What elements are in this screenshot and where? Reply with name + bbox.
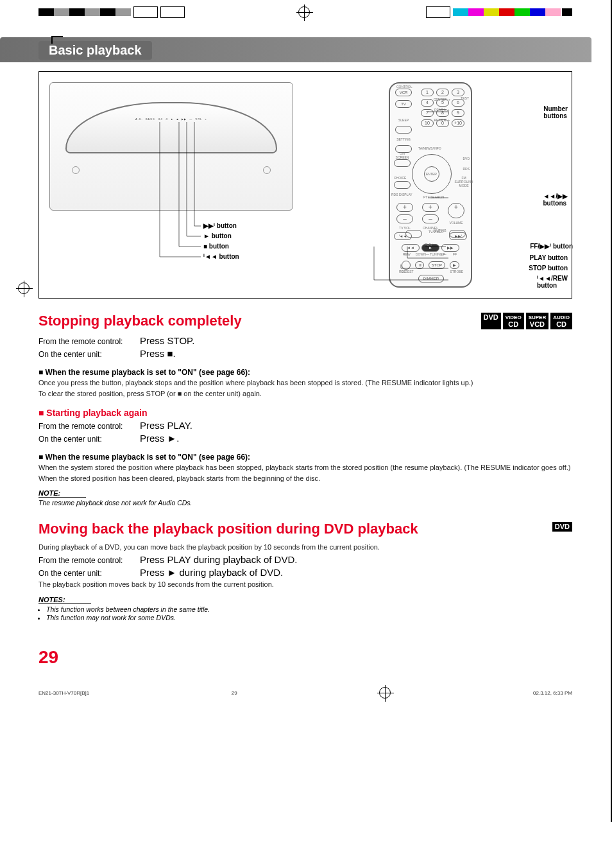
- body-moveback-intro: During playback of a DVD, you can move b…: [38, 542, 572, 552]
- footer-right: 02.3.12, 6:33 PM: [533, 690, 572, 696]
- label-fmsurround: FM SURROUND MODE: [453, 176, 475, 187]
- instruction-unit-stop: On the center unit: Press ■.: [38, 348, 572, 359]
- label-rearr: REAR·R: [434, 118, 446, 122]
- instruction-unit-play: On the center unit: Press ►.: [38, 433, 572, 444]
- label-test: TEST: [461, 96, 469, 100]
- leader-stop: ■ button: [203, 243, 229, 250]
- footer-left: EN21-30TH-V70R[B]1: [38, 690, 89, 696]
- label-play: PLAY: [425, 243, 432, 247]
- leader-play: ► button: [203, 232, 232, 239]
- callout-stop: STOP button: [529, 265, 568, 272]
- callout-rew: ᴵ◄◄/REWbutton: [537, 275, 568, 289]
- center-unit-illustration: A.S. BASS ᐊᐊ ᐊ ► ■ ▶▶ — VOL +: [49, 82, 293, 211]
- media-chips-1: DVD VIDEOCD SUPERVCD AUDIOCD: [481, 313, 572, 329]
- label-up: UP: [441, 252, 445, 256]
- btn-skip-next: ▶▶ᴵ: [449, 232, 467, 240]
- unit-button-row: A.S. BASS ᐊᐊ ᐊ ► ■ ▶▶ — VOL +: [89, 117, 254, 121]
- btn-vcr: VCR: [395, 89, 412, 96]
- label-enter: ENTER: [426, 172, 437, 176]
- btn-dimmer: DIMMER: [418, 275, 444, 282]
- btn-skip-prev: ᴵ◄◄: [394, 232, 412, 240]
- page: Basic playback A.S. BASS ᐊᐊ ᐊ ► ■ ▶▶ — V…: [0, 0, 612, 822]
- body-moveback-result: The playback position moves back by 10 s…: [38, 580, 572, 589]
- btn-choice: [394, 181, 411, 189]
- instruction-remote-play-dvd: From the remote control: Press PLAY duri…: [38, 554, 572, 565]
- chip-svcd: SUPERVCD: [526, 313, 549, 329]
- note-label-1: NOTE:: [38, 489, 86, 498]
- callout-play: PLAY button: [530, 254, 568, 261]
- btn-sleep: [395, 126, 412, 134]
- subheading-starting-again: Starting playback again: [38, 408, 572, 418]
- mono-blocks: [38, 6, 185, 18]
- label-dvd: DVD: [463, 157, 470, 161]
- callout-skip-buttons: ◄◄/▶▶buttons: [543, 193, 568, 207]
- note-item-2: This function may not work for some DVDs…: [46, 614, 572, 621]
- note-text-1: The resume playback dose not work for Au…: [38, 499, 572, 507]
- callout-ff: FF/▶▶ᴵ button: [530, 243, 573, 250]
- label-muting: MUTING: [434, 229, 446, 232]
- leader-skip-fwd: ▶▶ᴵ ᐀ buttonbutton: [203, 222, 237, 229]
- leader-skip-back: ᴵ◄◄ button: [203, 253, 239, 260]
- vol-channel-row: +–TV VOL +–CHANNEL +VOLUME: [396, 203, 464, 230]
- notes-label-2: NOTES:: [38, 596, 91, 604]
- screw-icon: [263, 166, 271, 174]
- label-ff: FF: [453, 252, 457, 256]
- registration-target-icon: [298, 6, 310, 18]
- btn-stop: STOP: [429, 261, 445, 269]
- chip-dvd-2: DVD: [552, 522, 572, 532]
- chip-audiocd: AUDIOCD: [550, 313, 572, 329]
- footer-page: 29: [232, 690, 237, 696]
- btn-rec: [402, 261, 411, 270]
- color-blocks: [423, 6, 572, 18]
- body-resume-store: Once you press the button, playback stop…: [38, 378, 572, 388]
- label-rdsdisplay: RDS DISPLAY: [391, 193, 412, 196]
- instruction-remote-stop: From the remote control: Press STOP.: [38, 335, 572, 346]
- screw-icon: [72, 166, 80, 174]
- label-onscreen: ON SCREEN: [394, 152, 411, 159]
- btn-strobe: ▶: [450, 261, 459, 269]
- label-choice: CHOICE: [394, 176, 406, 180]
- body-resume-clear: To clear the stored position, press STOP…: [38, 389, 572, 399]
- chip-dvd: DVD: [481, 313, 501, 329]
- banner-title: Basic playback: [38, 41, 152, 60]
- media-chips-2: DVD: [552, 522, 572, 532]
- label-center: CENTER: [434, 98, 447, 101]
- device-diagram: A.S. BASS ᐊᐊ ᐊ ► ■ ▶▶ — VOL + ▶▶ᴵ ᐀ butt…: [38, 71, 572, 299]
- label-rds: RDS: [463, 167, 470, 171]
- note-item-1: This function works between chapters in …: [46, 605, 572, 613]
- label-setting: SETTING: [395, 137, 412, 141]
- registration-bar: [38, 0, 572, 37]
- body-resume-play: When the system stored the position wher…: [38, 463, 572, 473]
- label-tanews: TA/NEWS/INFO: [418, 146, 441, 150]
- label-rearl: REAR·L: [434, 108, 446, 112]
- instruction-unit-play-dvd: On the center unit: Press ► during playb…: [38, 567, 572, 578]
- btn-ff: ▶▶: [441, 244, 459, 252]
- btn-tv: TV: [395, 100, 412, 108]
- subheading-resume-on-1: When the resume playback is set to "ON" …: [38, 368, 572, 377]
- label-digest: DIGEST: [402, 270, 414, 273]
- btn-onscreen: [394, 159, 411, 167]
- label-rew: REW: [403, 252, 411, 256]
- subheading-resume-on-2: When the resume playback is set to "ON" …: [38, 453, 572, 462]
- label-strobe: STROBE: [450, 270, 463, 273]
- callout-number-buttons: Number buttonsNumberbuttons: [543, 105, 568, 119]
- label-down: DOWN: [416, 252, 426, 256]
- instruction-remote-play: From the remote control: Press PLAY.: [38, 420, 572, 431]
- footer: EN21-30TH-V70R[B]1 29 02.3.12, 6:33 PM: [38, 687, 572, 711]
- label-sleep: SLEEP: [395, 118, 412, 122]
- notes-list: This function works between chapters in …: [46, 605, 572, 621]
- body-resume-begin: When the stored position has been cleare…: [38, 474, 572, 483]
- btn-rew: ◄◄: [402, 244, 420, 252]
- page-number: 29: [38, 647, 572, 668]
- crop-corner: [51, 36, 63, 44]
- label-pty: PTY SEARCH: [423, 195, 444, 199]
- chip-videocd: VIDEOCD: [503, 313, 524, 329]
- registration-target-bottom-icon: [379, 687, 391, 699]
- section-heading-moveback: Moving back the playback position during…: [38, 521, 572, 537]
- remote-illustration: CONTROL VCR TV SLEEP SETTING 123 456 789…: [300, 82, 561, 288]
- section-banner: Basic playback: [0, 37, 591, 62]
